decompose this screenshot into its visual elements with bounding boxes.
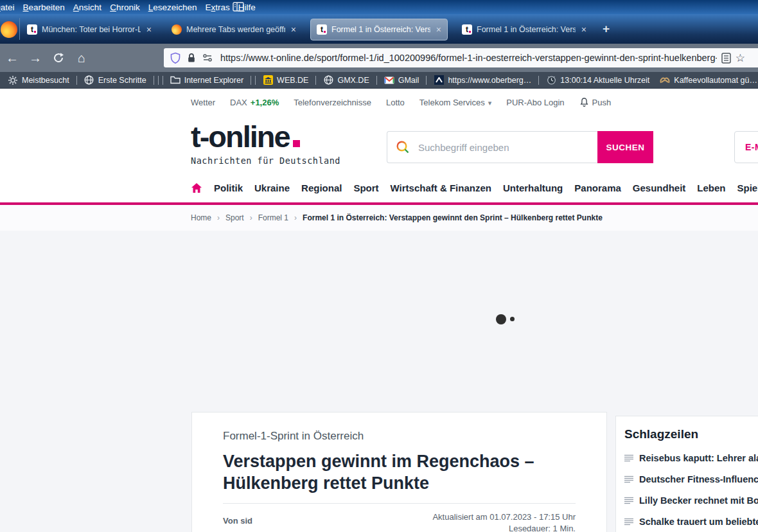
tab-close-icon[interactable]: × <box>291 24 296 35</box>
nav-politik[interactable]: Politik <box>214 182 243 193</box>
bookmark-separator <box>163 76 163 85</box>
nav-gesundheit[interactable]: Gesundheit <box>633 182 686 193</box>
bookmark-kaffee[interactable]: Kaffeevollautomat gü… <box>655 75 758 85</box>
bookmark-oberberg[interactable]: https://www.oberberg… <box>428 75 536 85</box>
bookmark-webde[interactable]: WEB.DE <box>258 75 313 85</box>
logo-text: t-online <box>191 120 290 154</box>
headline-list-item[interactable]: Deutscher Fitness-Influencer s <box>624 471 758 488</box>
menu-extras[interactable]: Extras <box>206 3 230 12</box>
tab-close-icon[interactable]: × <box>436 24 441 35</box>
logo-dot <box>293 140 300 147</box>
chevron-right-icon: › <box>250 213 252 222</box>
menu-lesezeichen[interactable]: Lesezeichen <box>148 3 197 12</box>
forward-button[interactable]: → <box>26 44 45 72</box>
list-lines-icon <box>624 475 633 483</box>
new-tab-button[interactable]: + <box>603 22 610 36</box>
tab-close-icon[interactable]: × <box>146 24 152 35</box>
search-box <box>387 131 597 163</box>
url-bar[interactable]: https://www.t-online.de/sport/formel-1/i… <box>164 48 758 67</box>
bookmarks-bar: Meistbesucht Erste Schritte Internet Exp… <box>0 72 758 89</box>
folder-icon <box>170 75 181 85</box>
nav-regional[interactable]: Regional <box>301 182 342 193</box>
article-headline: Verstappen gewinnt im Regenchaos – Hülke… <box>223 450 554 494</box>
breadcrumb-sport[interactable]: Sport <box>225 213 244 222</box>
mountain-icon <box>434 75 444 85</box>
article-updated: Aktualisiert am 01.07.2023 - 17:15 Uhr <box>432 511 576 523</box>
t-online-favicon: t <box>462 24 472 35</box>
article-byline: Von sid <box>223 516 252 526</box>
sidebar-title: Schlagzeilen <box>624 427 758 442</box>
headline-list-item[interactable]: Schalke trauert um beliebten E <box>624 513 758 530</box>
search-input[interactable] <box>417 141 589 154</box>
link-telefonverzeichnisse[interactable]: Telefonverzeichnisse <box>294 98 371 107</box>
tracking-shield-icon[interactable] <box>170 52 181 64</box>
breadcrumb-current: Formel 1 in Österreich: Verstappen gewin… <box>303 213 603 222</box>
chevron-down-icon: ▾ <box>488 99 492 107</box>
nav-wirtschaft-finanzen[interactable]: Wirtschaft & Finanzen <box>391 182 491 193</box>
link-wetter[interactable]: Wetter <box>191 98 215 107</box>
tab-close-icon[interactable]: × <box>581 24 586 35</box>
bookmark-internet-explorer[interactable]: Internet Explorer <box>165 75 249 85</box>
bookmark-separator <box>315 76 316 85</box>
bell-icon <box>579 97 589 107</box>
bookmark-separator <box>255 76 256 85</box>
link-lotto[interactable]: Lotto <box>386 98 405 107</box>
browser-window: Datei Bearbeiten Ansicht Chronik Lesezei… <box>0 0 758 532</box>
bookmark-separator <box>154 76 154 85</box>
lock-icon[interactable] <box>186 52 197 64</box>
t-online-favicon: t <box>317 24 327 35</box>
reader-mode-icon[interactable] <box>721 53 731 64</box>
tab-title: München: Toter bei Horror-LKW <box>42 25 141 34</box>
bank-icon <box>263 75 273 85</box>
nav-unterhaltung[interactable]: Unterhaltung <box>503 182 563 193</box>
push-toggle[interactable]: Push <box>579 97 612 107</box>
menu-chronik[interactable]: Chronik <box>110 3 140 12</box>
dropdown-telekom-services[interactable]: Telekom Services▾ <box>419 98 491 107</box>
search-button[interactable]: SUCHEN <box>597 131 653 163</box>
menu-ansicht[interactable]: Ansicht <box>73 3 101 12</box>
article-readtime: Lesedauer: 1 Min. <box>432 523 576 532</box>
nav-leben[interactable]: Leben <box>697 182 725 193</box>
site-logo[interactable]: t-online Nachrichten für Deutschland <box>191 121 340 166</box>
url-input[interactable]: https://www.t-online.de/sport/formel-1/i… <box>220 53 717 63</box>
nav-spiele[interactable]: Spiele <box>737 182 758 193</box>
utility-bar: Wetter DAX+1,26% Telefonverzeichnisse Lo… <box>191 97 611 107</box>
tab-mehrere-tabs[interactable]: Mehrere Tabs werden geöffnet × <box>166 19 302 40</box>
sidebar-toggle-icon[interactable] <box>233 2 244 12</box>
breadcrumb-bar: Home › Sport › Formel 1 › Formel 1 in Ös… <box>0 205 758 231</box>
t-online-favicon: t <box>27 24 37 35</box>
menu-bearbeiten[interactable]: Bearbeiten <box>23 3 65 12</box>
bookmark-erste-schritte[interactable]: Erste Schritte <box>79 75 152 85</box>
tab-formel1[interactable]: t Formel 1 in Österreich: Verstapp × <box>456 19 592 40</box>
link-pur-abo-login[interactable]: PUR-Abo Login <box>506 98 564 107</box>
permissions-icon[interactable] <box>202 53 213 63</box>
tab-formel1-active[interactable]: t Formel 1 in Österreich: Verstapp × <box>310 19 448 40</box>
navigation-toolbar: ← → ⌂ https://www.t-online.de/sport/form… <box>0 44 758 72</box>
list-lines-icon <box>624 497 633 504</box>
nav-panorama[interactable]: Panorama <box>574 182 621 193</box>
bookmark-gmxde[interactable]: GMX.DE <box>318 75 374 85</box>
globe-icon <box>323 75 333 85</box>
headline-list-item[interactable]: Lilly Becker rechnet mit Boris B <box>624 492 758 509</box>
nav-ukraine[interactable]: Ukraine <box>254 182 290 193</box>
reload-button[interactable] <box>49 44 68 72</box>
email-button[interactable]: E-MAIL <box>734 131 758 163</box>
home-button[interactable]: ⌂ <box>72 44 91 72</box>
link-dax[interactable]: DAX+1,26% <box>230 98 279 107</box>
home-icon[interactable] <box>191 182 202 193</box>
chevron-right-icon: › <box>294 213 297 222</box>
bookmark-uhrzeit[interactable]: 13:00:14 Aktuelle Uhrzeit <box>541 75 655 85</box>
nav-sport[interactable]: Sport <box>353 182 378 193</box>
bookmark-gmail[interactable]: GMail <box>379 75 425 85</box>
breadcrumb-formel1[interactable]: Formel 1 <box>258 213 288 222</box>
tab-muenchen[interactable]: t München: Toter bei Horror-LKW × <box>21 19 157 40</box>
tab-strip: t München: Toter bei Horror-LKW × Mehrer… <box>0 14 758 44</box>
breadcrumb-home[interactable]: Home <box>191 213 211 222</box>
list-lines-icon <box>624 454 633 462</box>
back-button[interactable]: ← <box>3 44 22 72</box>
menu-datei[interactable]: Datei <box>0 3 15 12</box>
tab-title: Formel 1 in Österreich: Verstapp <box>331 25 430 34</box>
headline-list-item[interactable]: Reisebus kaputt: Lehrer alarmi <box>624 450 758 466</box>
bookmark-star-icon[interactable]: ☆ <box>736 51 745 65</box>
bookmark-meistbesucht[interactable]: Meistbesucht <box>3 75 75 85</box>
